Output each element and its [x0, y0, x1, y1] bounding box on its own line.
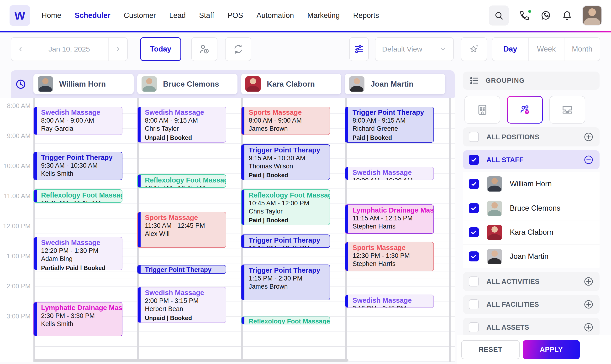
search-button[interactable] [489, 5, 509, 26]
event-card-trigger-point-therapy[interactable]: Trigger Point Therapy9:15 AM - 10:30 AMT… [241, 144, 330, 180]
app-logo[interactable]: W [10, 5, 30, 26]
event-accent-bar [33, 302, 37, 336]
nav-item-customer[interactable]: Customer [124, 11, 156, 20]
staff-column-header-kara-claborn[interactable]: Kara Claborn [241, 74, 341, 94]
expand-button[interactable] [583, 132, 594, 142]
nav-item-lead[interactable]: Lead [169, 11, 186, 20]
event-card-swedish-massage[interactable]: Swedish Massage12:20 PM - 1:30 PMAdam Bi… [33, 237, 122, 270]
event-card-trigger-point-therapy[interactable]: Trigger Point Therapy12:15 PM - 12:45 PM [241, 234, 330, 248]
nav-item-home[interactable]: Home [41, 11, 61, 20]
event-card-lymphatic-drainage-massage[interactable]: Lymphatic Drainage Massage11:15 AM - 12:… [345, 204, 434, 234]
staff-column-header-bruce-clemons[interactable]: Bruce Clemons [137, 74, 238, 94]
checkbox[interactable] [469, 179, 479, 189]
event-card-trigger-point-therapy[interactable]: Trigger Point Therapy9:30 AM - 10:30 AMK… [33, 152, 122, 180]
filters-button[interactable] [349, 37, 369, 61]
next-day-button[interactable] [109, 38, 127, 61]
filter-section-all-staff[interactable]: ALL STAFF [463, 150, 599, 169]
calls-button[interactable] [519, 10, 530, 21]
event-card-swedish-massage[interactable]: Swedish Massage2:00 PM - 3:15 PMHerbert … [137, 287, 226, 323]
staff-column-william-horn: Swedish Massage8:00 AM - 9:00 AMRay Garc… [33, 98, 137, 362]
nav-item-staff[interactable]: Staff [199, 11, 214, 20]
event-title: Swedish Massage [145, 289, 204, 297]
nav-item-marketing[interactable]: Marketing [307, 11, 340, 20]
view-select[interactable]: Default View [375, 37, 454, 61]
event-client: Herbert Bean [145, 305, 204, 313]
event-card-sports-massage[interactable]: Sports Massage11:30 AM - 12:45 PMAlex Wi… [137, 212, 226, 248]
checkbox[interactable] [469, 276, 479, 286]
collapse-button[interactable] [583, 155, 594, 165]
event-card-swedish-massage[interactable]: Swedish Massage10:00 AM - 10:30 AM [345, 167, 434, 180]
group-by-facility-button[interactable] [465, 96, 500, 124]
view-mode-week[interactable]: Week [528, 38, 564, 61]
staff-filter-william-horn[interactable]: William Horn [463, 172, 599, 196]
event-card-trigger-point-therapy[interactable]: Trigger Point Therapy1:15 PM - 2:30 PMJa… [241, 264, 330, 300]
event-card-trigger-point-therapy[interactable]: Trigger Point Therapy [137, 265, 226, 274]
whatsapp-button[interactable] [540, 10, 551, 21]
event-title: Swedish Massage [145, 108, 204, 117]
horizontal-scrollbar[interactable] [33, 359, 348, 362]
event-card-swedish-massage[interactable]: Swedish Massage8:00 AM - 9:00 AMRay Garc… [33, 107, 122, 135]
checkbox[interactable] [469, 251, 479, 261]
event-card-lymphatic-drainage-massage[interactable]: Lymphatic Drainage Massage2:30 PM - 3:30… [33, 302, 122, 336]
nav-item-reports[interactable]: Reports [353, 11, 379, 20]
group-by-staff-button[interactable] [507, 96, 543, 124]
filter-section-all-positions[interactable]: ALL POSITIONS [463, 127, 599, 146]
checkbox[interactable] [469, 132, 479, 142]
reset-button[interactable]: RESET [461, 340, 519, 359]
event-card-reflexology-foot-massage[interactable]: Reflexology Foot Massage10:15 AM - 10:45… [137, 174, 226, 188]
notifications-button[interactable] [562, 10, 572, 21]
checkbox[interactable] [469, 227, 479, 237]
staff-filter-joan-martin[interactable]: Joan Martin [463, 244, 599, 268]
avatar-torso [246, 86, 259, 91]
view-mode-day[interactable]: Day [492, 38, 528, 61]
nav-item-automation[interactable]: Automation [257, 11, 294, 20]
group-by-asset-button[interactable] [549, 96, 585, 124]
filter-section-all-activities[interactable]: ALL ACTIVITIES [463, 272, 599, 291]
event-card-sports-massage[interactable]: Sports Massage8:00 AM - 9:00 AMJames Bro… [241, 107, 330, 135]
staff-column-header-joan-martin[interactable]: Joan Martin [345, 74, 445, 94]
view-mode-month[interactable]: Month [564, 38, 600, 61]
nav-item-scheduler[interactable]: Scheduler [75, 11, 110, 20]
filter-section-all-facilities[interactable]: ALL FACILITIES [463, 295, 599, 314]
event-title: Sports Massage [249, 108, 302, 117]
filter-section-label: ALL POSITIONS [486, 133, 539, 141]
prev-day-button[interactable] [11, 38, 30, 61]
apply-button[interactable]: APPLY [523, 340, 580, 359]
refresh-button[interactable] [225, 37, 251, 61]
filter-section-all-assets[interactable]: ALL ASSETS [463, 318, 599, 337]
checkbox[interactable] [469, 299, 479, 309]
avatar [487, 249, 502, 264]
event-client: Alex Will [145, 230, 205, 238]
event-body: Lymphatic Drainage Massage2:30 PM - 3:30… [37, 302, 122, 336]
today-button[interactable]: Today [140, 37, 181, 61]
staff-column-header-william-horn[interactable]: William Horn [33, 74, 134, 94]
avatar [487, 225, 502, 240]
favorite-view-button[interactable] [461, 37, 487, 61]
star-plus-icon [468, 44, 479, 55]
user-avatar[interactable] [583, 6, 601, 25]
expand-button[interactable] [583, 322, 594, 333]
event-body: Swedish Massage2:15 PM - 2:45 PM [348, 295, 413, 308]
avatar-torso [488, 186, 501, 191]
event-card-swedish-massage[interactable]: Swedish Massage2:15 PM - 2:45 PM [345, 295, 434, 308]
event-card-trigger-point-therapy[interactable]: Trigger Point Therapy8:00 AM - 9:15 AMRi… [345, 107, 434, 143]
chevron-right-icon [114, 46, 121, 53]
staff-filter-bruce-clemons[interactable]: Bruce Clemons [463, 196, 599, 220]
staff-filter-kara-claborn[interactable]: Kara Claborn [463, 220, 599, 244]
date-display[interactable]: Jan 10, 2025 [30, 38, 109, 61]
event-card-reflexology-foot-massage[interactable]: Reflexology Foot Massage [241, 316, 330, 325]
staff-hours-button[interactable] [191, 37, 217, 61]
expand-button[interactable] [583, 276, 594, 287]
event-card-swedish-massage[interactable]: Swedish Massage8:00 AM - 9:15 AMChris Ta… [137, 107, 226, 143]
list-icon [469, 76, 479, 86]
checkbox[interactable] [469, 155, 479, 165]
checkbox[interactable] [469, 203, 479, 213]
event-card-reflexology-foot-massage[interactable]: Reflexology Foot Massage10:45 AM - 11:15… [33, 189, 122, 203]
checkbox[interactable] [469, 322, 479, 332]
expand-button[interactable] [583, 299, 594, 310]
event-card-sports-massage[interactable]: Sports Massage12:30 PM - 1:30 PMStephen … [345, 242, 434, 271]
view-mode-switcher: DayWeekMonth [492, 37, 600, 61]
event-card-reflexology-foot-massage[interactable]: Reflexology Foot Massage10:45 AM - 12:00… [241, 189, 330, 225]
time-column-header [15, 78, 27, 91]
nav-item-pos[interactable]: POS [227, 11, 243, 20]
